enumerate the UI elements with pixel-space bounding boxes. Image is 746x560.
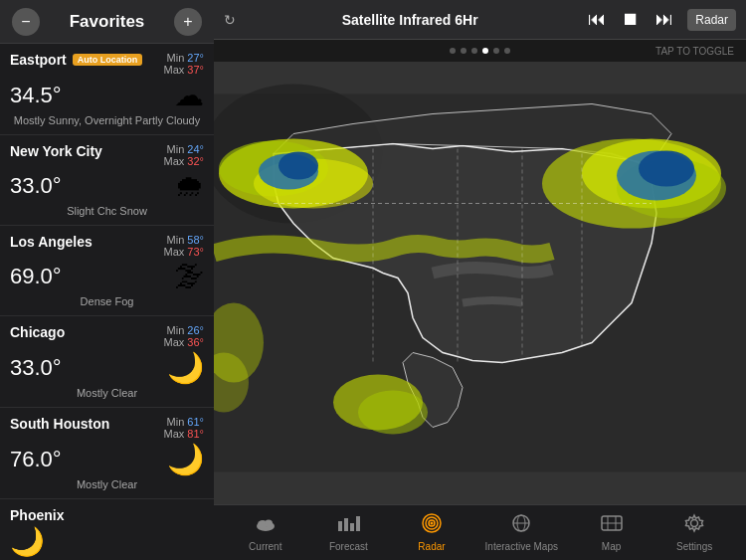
svg-rect-24	[338, 521, 342, 531]
nav-icon-current	[254, 513, 278, 539]
nav-item-radar[interactable]: Radar	[402, 513, 462, 552]
nav-icon-map	[600, 513, 624, 539]
current-temp: 33.0°	[10, 355, 62, 381]
timeline-dot-4[interactable]	[493, 48, 499, 54]
svg-point-11	[639, 151, 694, 187]
current-temp: 69.0°	[10, 264, 62, 289]
current-temp: 76.0°	[10, 447, 62, 472]
sidebar-header: − Favorites +	[0, 0, 214, 44]
timeline-dot-3[interactable]	[482, 48, 488, 54]
main-panel: ↻ Satellite Infrared 6Hr ⏮ ⏹ ⏭ Radar TAP…	[214, 0, 746, 560]
city-name-row: Phoenix	[10, 507, 204, 523]
city-name: South Houston	[10, 416, 109, 432]
satellite-map[interactable]	[214, 62, 746, 504]
timeline-dot-1[interactable]	[461, 48, 466, 54]
weather-item-los-angeles[interactable]: Los Angeles Min 58° Max 73° 69.0° 🌫	[0, 226, 214, 316]
condition-text: Mostly Sunny, Overnight Partly Cloudy	[10, 114, 204, 126]
nav-item-settings[interactable]: Settings	[664, 513, 724, 552]
current-temp: 33.0°	[10, 173, 62, 199]
nav-icon-interactive maps	[509, 513, 533, 539]
sidebar-title: Favorites	[40, 12, 174, 32]
svg-rect-25	[344, 518, 348, 531]
refresh-icon: ↻	[224, 12, 236, 28]
nav-icon-forecast	[336, 513, 360, 539]
timeline-dot-5[interactable]	[504, 48, 510, 54]
condition-text: Slight Chc Snow	[10, 205, 204, 217]
bottom-nav: Current Forecast Radar Interactive Maps …	[214, 504, 746, 560]
condition-text: Mostly Clear	[10, 478, 204, 490]
nav-label-settings: Settings	[676, 541, 712, 552]
condition-text: Mostly Clear	[10, 387, 204, 399]
radar-button[interactable]: Radar	[687, 9, 736, 31]
auto-badge: Auto Location	[73, 54, 143, 66]
nav-item-current[interactable]: Current	[236, 513, 295, 552]
svg-point-6	[279, 152, 318, 180]
svg-point-31	[430, 522, 433, 525]
nav-item-interactive-maps[interactable]: Interactive Maps	[485, 513, 558, 552]
nav-icon-radar	[420, 513, 444, 539]
nav-item-forecast[interactable]: Forecast	[318, 513, 378, 552]
timeline-dot-2[interactable]	[471, 48, 477, 54]
city-name: Los Angeles	[10, 234, 93, 250]
nav-icon-settings	[682, 513, 706, 539]
nav-label-map: Map	[602, 541, 621, 552]
skip-forward-button[interactable]: ⏭	[652, 7, 677, 32]
city-name: New York City	[10, 143, 102, 159]
svg-point-13	[358, 391, 428, 435]
svg-rect-27	[356, 516, 360, 531]
svg-point-39	[691, 520, 698, 527]
app-container: − Favorites + Eastport Auto Location Min…	[0, 0, 746, 560]
plus-button[interactable]: +	[174, 8, 202, 36]
weather-icon: 🌙	[167, 442, 204, 476]
skip-back-button[interactable]: ⏮	[584, 7, 610, 32]
weather-icon: 🌙	[167, 350, 204, 385]
nav-label-forecast: Forecast	[329, 541, 368, 552]
map-header: ↻ Satellite Infrared 6Hr ⏮ ⏹ ⏭ Radar	[214, 0, 746, 40]
stop-button[interactable]: ⏹	[618, 7, 644, 32]
nav-label-current: Current	[249, 541, 281, 552]
timeline	[450, 48, 510, 54]
playback-controls: ⏮ ⏹ ⏭	[584, 7, 677, 32]
weather-item-eastport[interactable]: Eastport Auto Location Min 27° Max 37° 3…	[0, 44, 214, 135]
weather-item-new-york-city[interactable]: New York City Min 24° Max 32° 33.0° 🌧	[0, 135, 214, 226]
nav-label-radar: Radar	[418, 541, 445, 552]
weather-item-phoenix[interactable]: Phoenix 🌙	[0, 499, 214, 560]
timeline-dot-0[interactable]	[450, 48, 456, 54]
svg-point-23	[265, 520, 273, 527]
city-name: Eastport	[10, 52, 67, 68]
satellite-svg	[214, 62, 746, 504]
map-title: Satellite Infrared 6Hr	[246, 12, 574, 28]
nav-item-map[interactable]: Map	[582, 513, 642, 552]
tap-toggle-label: TAP TO TOGGLE	[655, 46, 734, 57]
weather-icon: 🌫	[174, 260, 204, 293]
condition-text: Dense Fog	[10, 295, 204, 307]
nav-label-interactive maps: Interactive Maps	[485, 541, 558, 552]
current-temp: 34.5°	[10, 83, 62, 108]
minus-button[interactable]: −	[12, 8, 40, 36]
weather-item-south-houston[interactable]: South Houston Min 61° Max 81° 76.0° 🌙	[0, 408, 214, 499]
weather-icon: 🌧	[174, 169, 204, 203]
city-name: Chicago	[10, 324, 65, 340]
sidebar-list: Eastport Auto Location Min 27° Max 37° 3…	[0, 44, 214, 560]
svg-rect-26	[350, 523, 354, 531]
sidebar: − Favorites + Eastport Auto Location Min…	[0, 0, 214, 560]
weather-icon: ☁	[174, 78, 204, 112]
city-name: Phoenix	[10, 507, 64, 523]
weather-item-chicago[interactable]: Chicago Min 26° Max 36° 33.0° 🌙 Mos	[0, 316, 214, 408]
